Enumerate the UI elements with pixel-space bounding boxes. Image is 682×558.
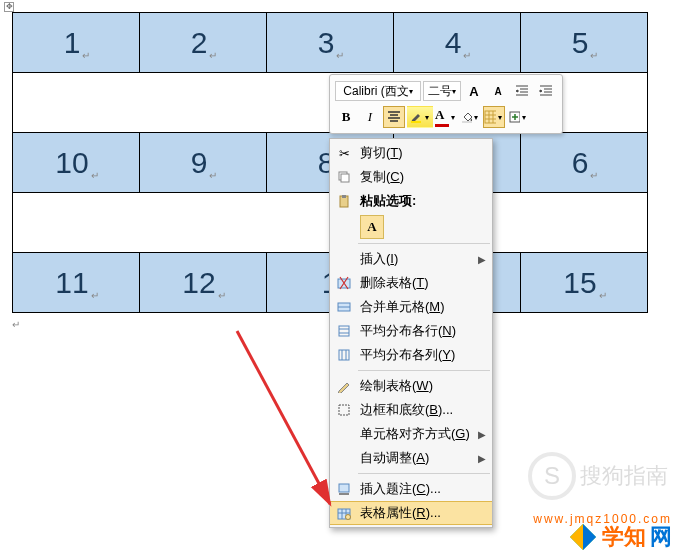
insert-icon [508,110,520,124]
align-center-button[interactable] [383,106,405,128]
context-menu: ✂ 剪切(T) 复制(C) 粘贴选项: A 插入(I) ▶ 删除表格(T) 合并… [329,138,493,528]
cell[interactable]: 4↵ [394,13,521,73]
distribute-rows-icon [336,323,352,339]
ctx-insert[interactable]: 插入(I) ▶ [330,247,492,271]
cell[interactable]: 15↵ [521,253,648,313]
separator [358,473,490,474]
separator [358,370,490,371]
logo-icon [568,522,598,552]
clipboard-icon [336,193,352,209]
delete-table-icon [336,275,352,291]
svg-rect-8 [342,195,346,198]
ctx-distribute-rows[interactable]: 平均分布各行(N) [330,319,492,343]
indent-right-icon [539,84,553,98]
ctx-delete-table[interactable]: 删除表格(T) [330,271,492,295]
ctx-autofit[interactable]: 自动调整(A) ▶ [330,446,492,470]
ctx-cut[interactable]: ✂ 剪切(T) [330,141,492,165]
svg-rect-3 [485,111,496,123]
submenu-arrow-icon: ▶ [478,453,486,464]
insert-button[interactable]: ▾ [507,106,529,128]
table-icon [484,110,496,124]
scissors-icon: ✂ [336,145,352,161]
ctx-distribute-cols[interactable]: 平均分布各列(Y) [330,343,492,367]
svg-rect-11 [339,326,349,336]
ctx-merge-cells[interactable]: 合并单元格(M) [330,295,492,319]
indent-left-icon [515,84,529,98]
ctx-borders-shading[interactable]: 边框和底纹(B)... [330,398,492,422]
cell[interactable]: 3↵ [267,13,394,73]
ctx-table-properties[interactable]: 表格属性(R)... [330,501,492,525]
decrease-indent-button[interactable] [511,80,533,102]
svg-rect-14 [339,484,349,492]
distribute-cols-icon [336,347,352,363]
font-color-button[interactable]: A ▾ [435,106,457,128]
highlight-icon [409,110,423,124]
grow-font-button[interactable]: A [463,80,485,102]
cell[interactable]: 11↵ [13,253,140,313]
shading-button[interactable]: ▾ [459,106,481,128]
cell[interactable]: 6↵ [521,133,648,193]
copy-icon [336,169,352,185]
svg-line-18 [237,331,330,504]
cell[interactable]: 1↵ [13,13,140,73]
table-move-handle[interactable]: ✥ [4,2,14,12]
watermark-xuezhiwang: 学知网 [568,522,672,552]
svg-rect-15 [339,493,349,495]
font-family-select[interactable]: Calibri (西文 ▾ [335,81,421,101]
paste-option-keep-text[interactable]: A [360,215,384,239]
watermark-sogou: S 搜狗指南 [528,452,668,500]
watermark-url: www.jmqz1000.com [533,512,672,526]
svg-rect-0 [411,121,421,123]
cell[interactable]: 5↵ [521,13,648,73]
cell[interactable]: 10↵ [13,133,140,193]
cell[interactable]: 9↵ [140,133,267,193]
svg-rect-12 [339,350,349,360]
svg-rect-2 [462,121,472,123]
borders-icon [336,402,352,418]
paint-bucket-icon [460,110,472,124]
table-row: 1↵ 2↵ 3↵ 4↵ 5↵ [13,13,648,73]
submenu-arrow-icon: ▶ [478,429,486,440]
cell[interactable]: 12↵ [140,253,267,313]
submenu-arrow-icon: ▶ [478,254,486,265]
svg-rect-13 [339,405,349,415]
ctx-cell-alignment[interactable]: 单元格对齐方式(G) ▶ [330,422,492,446]
pencil-icon [336,378,352,394]
increase-indent-button[interactable] [535,80,557,102]
shrink-font-button[interactable]: A [487,80,509,102]
highlight-button[interactable]: ▾ [407,106,433,128]
ctx-insert-caption[interactable]: 插入题注(C)... [330,477,492,501]
svg-point-17 [346,515,351,520]
cell[interactable]: 2↵ [140,13,267,73]
caption-icon [336,481,352,497]
center-align-icon [387,111,401,123]
ctx-paste-options-label: 粘贴选项: [330,189,492,213]
mini-toolbar: Calibri (西文 ▾ 二号 ▾ A A B I ▾ A ▾ ▾ ▾ [329,74,563,134]
font-size-select[interactable]: 二号 ▾ [423,81,461,101]
bold-button[interactable]: B [335,106,357,128]
italic-button[interactable]: I [359,106,381,128]
svg-rect-6 [341,174,349,182]
table-shading-button[interactable]: ▾ [483,106,505,128]
ctx-copy[interactable]: 复制(C) [330,165,492,189]
ctx-draw-table[interactable]: 绘制表格(W) [330,374,492,398]
table-properties-icon [336,506,352,522]
separator [358,243,490,244]
merge-cells-icon [336,299,352,315]
